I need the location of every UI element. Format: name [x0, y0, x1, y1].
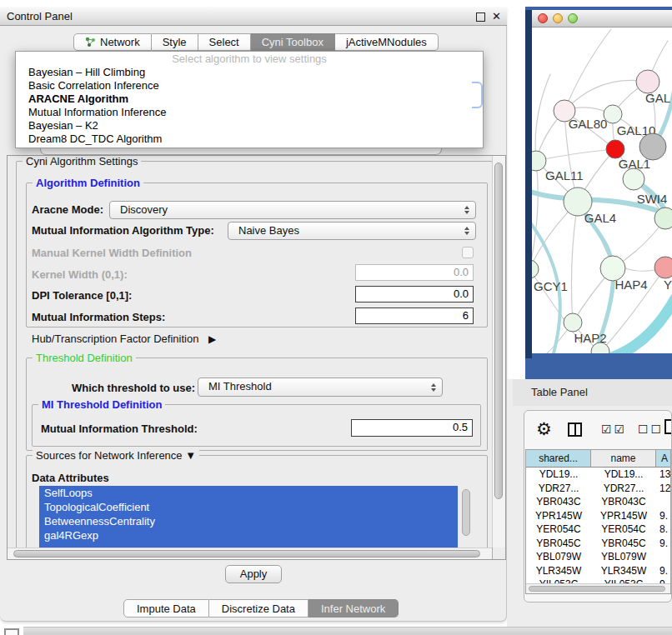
- tab-cyni-toolbox[interactable]: Cyni Toolbox: [251, 33, 335, 51]
- gear-icon[interactable]: ⚙: [536, 419, 552, 439]
- status-bar: [23, 627, 672, 635]
- mi-type-select[interactable]: Naive Bayes: [228, 222, 476, 240]
- attribute-list-item[interactable]: TopologicalCoefficient: [39, 500, 458, 514]
- hub-definition-toggle[interactable]: Hub/Transcription Factor Definition ▶: [32, 332, 216, 345]
- table-row[interactable]: YBL079WYBL079W: [526, 550, 670, 564]
- network-view[interactable]: GALGAL80GAL10GAL1GAL11SWI4GAL4GCY1HAP4YH…: [532, 28, 672, 353]
- manual-kernel-label: Manual Kernel Width Definition: [32, 247, 192, 259]
- table-cell: 12: [656, 482, 670, 496]
- column-header[interactable]: A: [656, 450, 670, 467]
- algorithm-option[interactable]: ARACNE Algorithm: [16, 92, 483, 106]
- network-canvas[interactable]: GALGAL80GAL10GAL1GAL11SWI4GAL4GCY1HAP4YH…: [532, 28, 672, 353]
- network-node-label: GAL11: [545, 168, 584, 182]
- column-header[interactable]: name: [591, 450, 656, 467]
- network-node[interactable]: [604, 105, 622, 123]
- table-row[interactable]: YBR045CYBR045C9.: [526, 537, 670, 551]
- table-panel-title: Table Panel: [531, 379, 588, 406]
- table-row[interactable]: YDL19...YDL19...13: [526, 468, 670, 482]
- window-zoom-icon[interactable]: [568, 13, 578, 23]
- table-cell: 9.: [656, 564, 670, 578]
- network-node[interactable]: [606, 140, 624, 158]
- algorithm-dropdown: Select algorithm to view settings Bayesi…: [15, 51, 484, 148]
- algorithm-option[interactable]: Basic Correlation Inference: [16, 79, 483, 92]
- mi-steps-field[interactable]: 6: [355, 308, 474, 324]
- tab-discretize-data[interactable]: Discretize Data: [209, 599, 308, 618]
- tab-jactivemnodules[interactable]: jActiveMNodules: [335, 33, 439, 51]
- network-node-label: SWI4: [637, 192, 668, 206]
- table-row[interactable]: YDR27...YDR27...12: [526, 482, 670, 496]
- window-minimize-icon[interactable]: [553, 13, 563, 23]
- table-horizontal-thumb[interactable]: [529, 586, 665, 592]
- sources-group-title[interactable]: Sources for Network Inference ▼: [33, 449, 199, 462]
- network-window-titlebar[interactable]: [532, 10, 672, 28]
- tab-infer-network[interactable]: Infer Network: [308, 599, 399, 618]
- apply-button[interactable]: Apply: [225, 565, 282, 583]
- tab-select[interactable]: Select: [198, 33, 251, 51]
- file-icon[interactable]: [664, 419, 672, 434]
- hidden-combo-fragment: [40, 148, 442, 155]
- table-row[interactable]: YPR145WYPR145W9.: [526, 509, 670, 523]
- tab-style[interactable]: Style: [152, 33, 198, 51]
- settings-scroll-pane: Cyni Algorithm Settings Algorithm Defini…: [7, 155, 506, 560]
- tab-label: jActiveMNodules: [346, 33, 427, 51]
- algorithm-dropdown-list: Bayesian – Hill ClimbingBasic Correlatio…: [16, 66, 483, 146]
- network-node-label: GAL80: [569, 117, 608, 131]
- network-node[interactable]: [564, 313, 582, 332]
- mi-steps-label: Mutual Information Steps:: [32, 311, 165, 323]
- aracne-mode-select[interactable]: Discovery: [109, 201, 476, 219]
- expand-right-icon[interactable]: ▶: [208, 333, 216, 345]
- algorithm-option[interactable]: Bayesian – K2: [16, 119, 483, 132]
- attribute-list-item[interactable]: gal4RGexp: [39, 528, 458, 542]
- network-edge: [536, 149, 615, 161]
- attribute-list-item[interactable]: SelfLoops: [39, 486, 458, 500]
- network-node[interactable]: [654, 257, 672, 278]
- control-panel-tabs: Network Style Select Cyni Toolbox jActiv…: [73, 33, 439, 51]
- close-icon[interactable]: ✕: [492, 9, 501, 23]
- hub-definition-label: Hub/Transcription Factor Definition: [32, 332, 198, 345]
- pane-horizontal-scrollbar[interactable]: [8, 548, 492, 559]
- which-threshold-value: MI Threshold: [208, 380, 272, 392]
- table-cell: 9.: [656, 509, 670, 523]
- network-node-label: Y: [664, 278, 672, 292]
- network-node[interactable]: [636, 70, 659, 93]
- table-row[interactable]: YLR345WYLR345W9.: [526, 564, 670, 578]
- threshold-group-title: Threshold Definition: [33, 352, 136, 364]
- window-close-icon[interactable]: [538, 13, 548, 23]
- algorithm-option[interactable]: Mutual Information Inference: [16, 106, 483, 119]
- mi-threshold-field[interactable]: 0.5: [351, 419, 473, 437]
- float-icon[interactable]: [476, 12, 485, 22]
- columns-icon[interactable]: [568, 422, 582, 437]
- network-node[interactable]: [639, 133, 666, 160]
- algorithm-option[interactable]: Dream8 DC_TDC Algorithm: [16, 132, 483, 146]
- manual-kernel-checkbox[interactable]: [462, 247, 474, 258]
- select-all-checkboxes-icon[interactable]: ☑☑: [601, 422, 627, 436]
- table-cell: YBL079W: [526, 550, 591, 564]
- deselect-all-checkboxes-icon[interactable]: ☐☐: [638, 422, 664, 436]
- network-node[interactable]: [654, 208, 672, 229]
- kernel-width-field[interactable]: 0.0: [355, 264, 474, 281]
- pane-vertical-scrollbar[interactable]: [492, 156, 505, 548]
- pane-vertical-thumb[interactable]: [494, 162, 503, 499]
- pane-horizontal-thumb[interactable]: [13, 550, 480, 558]
- tab-network[interactable]: Network: [73, 33, 152, 51]
- float-panel-icon[interactable]: [4, 628, 19, 635]
- network-window[interactable]: GALGAL80GAL10GAL1GAL11SWI4GAL4GCY1HAP4YH…: [532, 10, 672, 353]
- spinner-arrows-icon: [464, 206, 469, 214]
- network-node[interactable]: [532, 260, 539, 278]
- control-panel-titlebar[interactable]: Control Panel ✕: [0, 7, 507, 26]
- dpi-tolerance-field[interactable]: 0.0: [355, 286, 474, 302]
- table-cell: 8.: [656, 522, 670, 537]
- column-header[interactable]: shared...: [526, 450, 591, 467]
- table-row[interactable]: YER054CYER054C8.: [526, 522, 670, 537]
- table-row[interactable]: YBR043CYBR043C: [526, 495, 670, 509]
- algorithm-option[interactable]: Bayesian – Hill Climbing: [16, 66, 483, 79]
- table-horizontal-scrollbar[interactable]: [526, 583, 670, 593]
- expand-down-icon[interactable]: ▼: [185, 449, 196, 462]
- data-attributes-list[interactable]: SelfLoopsTopologicalCoefficientBetweenne…: [39, 486, 458, 549]
- tab-impute-data[interactable]: Impute Data: [123, 599, 209, 618]
- network-node[interactable]: [623, 168, 644, 190]
- attribute-list-item[interactable]: BetweennessCentrality: [39, 514, 458, 528]
- attribute-list-scrollbar[interactable]: [462, 489, 470, 536]
- which-threshold-select[interactable]: MI Threshold: [198, 378, 443, 397]
- network-edge: [532, 161, 538, 269]
